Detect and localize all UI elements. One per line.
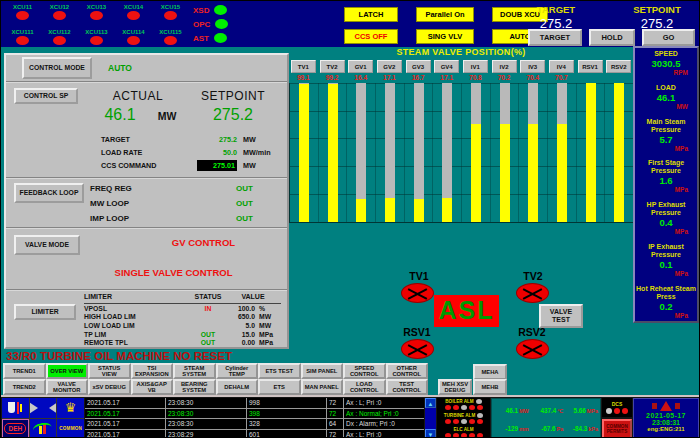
go-button[interactable]: GO: [642, 29, 695, 46]
log-row[interactable]: 2021.05.1723:08:3032864Dx : Alarm; Pri :…: [85, 419, 424, 430]
common-permits-button[interactable]: COMMON PERMITS: [602, 419, 632, 438]
metric-value: 0.4: [635, 217, 697, 228]
process-value-row: 46.1MW437.4°C5.66MPa: [494, 399, 598, 417]
deh-icon[interactable]: DEH: [2, 419, 29, 438]
limiter-value: 0.00: [225, 339, 255, 346]
log-cell: Dx : Alarm; Pri :0: [344, 419, 424, 429]
log-row[interactable]: 2021.05.1723:08:3099872Ax : L; Pri :0: [85, 398, 424, 409]
valve-bar-track: [299, 83, 309, 222]
control-mode-button[interactable]: CONTROL MODE: [22, 57, 92, 79]
turbine-icon[interactable]: ♛: [57, 398, 84, 418]
nav-button-axis-gap-vb[interactable]: AXIS&GAP VB: [131, 379, 174, 395]
nav-button-xsv-debug[interactable]: xSV DEBUG: [88, 379, 131, 395]
target-button[interactable]: TARGET: [528, 29, 582, 46]
nav-button-meha[interactable]: MEHA: [473, 364, 507, 380]
nav-button-tsi-expansion[interactable]: TSI EXPANSION: [131, 363, 174, 379]
log-cell: 328: [247, 419, 327, 429]
nav-column: ETS TESTETS: [258, 363, 301, 395]
valve-button-iv3[interactable]: IV3: [520, 60, 545, 73]
target-label: TARGET: [527, 4, 585, 15]
alarm-dot: [461, 419, 467, 424]
log-cell: 2021.05.17: [85, 419, 166, 429]
valve-test-button[interactable]: VALVE TEST: [539, 304, 583, 328]
tv2-closed-indicator: [516, 283, 549, 303]
nav-button-ets-test[interactable]: ETS TEST: [258, 363, 301, 379]
row-label: TARGET: [101, 135, 197, 144]
valve-button-tv1[interactable]: TV1: [291, 60, 316, 73]
row-value: 275.01: [197, 160, 237, 171]
row-unit: MW: [237, 135, 283, 144]
valve-position-value-iv4: 70.7: [547, 74, 576, 83]
control-sp-section: CONTROL SP ACTUAL SETPOINT 46.1 MW 275.2…: [6, 83, 287, 179]
valve-button-gv1[interactable]: GV1: [348, 60, 373, 73]
process-value-unit: Pa: [557, 426, 564, 432]
feedback-loop-button[interactable]: FEEDBACK LOOP: [14, 183, 84, 203]
scroll-up-icon[interactable]: ▲: [425, 398, 436, 408]
nav-button-ets[interactable]: ETS: [258, 379, 301, 395]
valve-button-tv2[interactable]: TV2: [320, 60, 345, 73]
valve-button-iv1[interactable]: IV1: [463, 60, 488, 73]
nav-button-sim-panel[interactable]: SIM PANEL: [301, 363, 344, 379]
metric-label: Hot Reheat Steam Press: [635, 285, 697, 301]
valve-button-gv2[interactable]: GV2: [377, 60, 402, 73]
trend-icon[interactable]: [30, 419, 57, 438]
sing-vlv-button[interactable]: SING VLV: [416, 29, 474, 44]
valve-button-gv3[interactable]: GV3: [406, 60, 431, 73]
single-valve-control-status: SINGLE VALVE CONTROL: [61, 267, 286, 278]
limiter-button[interactable]: LIMITER: [14, 304, 76, 320]
hold-button[interactable]: HOLD: [589, 29, 635, 46]
alarm-group-header: TURBINE ALM: [437, 413, 490, 418]
nav-button-trend2[interactable]: TREND2: [3, 379, 46, 395]
log-row[interactable]: 2021.05.1723:08:2960172Ax : L; Pri :0: [85, 430, 424, 438]
latch-button[interactable]: LATCH: [344, 7, 398, 22]
valve-button-rsv1[interactable]: RSV1: [578, 60, 603, 73]
engineer-id: eng:ENG:211: [647, 426, 684, 432]
log-cell: 23:08:30: [166, 419, 247, 429]
log-cell: 2021.05.17: [85, 409, 166, 419]
valve-bar-fill: [299, 84, 309, 222]
xcu-indicator-xcu12: XCU12: [41, 4, 78, 20]
limiter-unit: MPa: [255, 339, 281, 346]
limiter-table: LIMITERSTATUSVALUE VPOSLIN100.0%HIGH LOA…: [84, 293, 281, 347]
limiter-name: HIGH LOAD LIM: [84, 313, 191, 320]
log-scrollbar[interactable]: ▲ ▼: [425, 398, 436, 438]
nav-button-test-control[interactable]: TEST CONTROL: [386, 379, 429, 395]
unit-overview-icon[interactable]: [2, 398, 29, 418]
nav-button-other-control[interactable]: OTHER CONTROL: [386, 363, 429, 379]
valve-button-cell: IV2: [490, 60, 519, 74]
control-sp-button[interactable]: CONTROL SP: [14, 88, 78, 104]
nav-button-trend1[interactable]: TREND1: [3, 363, 46, 379]
valve-button-iv4[interactable]: IV4: [549, 60, 574, 73]
valve-button-rsv2[interactable]: RSV2: [606, 60, 631, 73]
nav-button-valve-monitor[interactable]: VALVE MONITOR: [46, 379, 89, 395]
valve-button-iv2[interactable]: IV2: [492, 60, 517, 73]
log-row[interactable]: 2021.05.1723:08:3039872Ax : Normal; Pri …: [85, 409, 424, 420]
loop-status: OUT: [236, 199, 253, 208]
parallel-on-button[interactable]: Parallel On: [416, 7, 474, 22]
log-cell: 64: [327, 419, 344, 429]
nav-button-meh-xsv-debug[interactable]: MEH XSV DEBUG: [438, 379, 472, 395]
valve-bar-gv3: [405, 83, 434, 222]
trip-status-ast: AST: [189, 33, 228, 43]
nav-button-man-panel[interactable]: MAN PANEL: [301, 379, 344, 395]
xcu-grid: XCU11XCU12XCU13XCU14XCU15XCU111XCU112XCU…: [4, 3, 189, 45]
ccs-off-button[interactable]: CCS OFF: [344, 29, 398, 44]
nav-button-status-view[interactable]: STATUS VIEW: [88, 363, 131, 379]
nav-button-mehb[interactable]: MEHB: [473, 379, 507, 395]
nav-button-speed-control[interactable]: SPEED CONTROL: [343, 363, 386, 379]
nav-button-load-control[interactable]: LOAD CONTROL: [343, 379, 386, 395]
nav-button-bearing-system[interactable]: BEARING SYSTEM: [173, 379, 216, 395]
common-icon[interactable]: COMMON: [57, 419, 84, 438]
nav-button-cylinder-temp[interactable]: Cylinder TEMP: [216, 363, 259, 379]
alarm-dot: [461, 405, 467, 410]
nav-column: TREND1TREND2: [3, 363, 46, 395]
scroll-down-icon[interactable]: ▼: [425, 429, 436, 438]
metric-value: 0.1: [635, 259, 697, 270]
nav-button-dehalm[interactable]: DEHALM: [216, 379, 259, 395]
nav-button-steam-system[interactable]: STEAM SYSTEM: [173, 363, 216, 379]
nav-button-over-view[interactable]: OVER VIEW: [46, 363, 89, 379]
xcu-label: XCU11: [13, 4, 32, 10]
valve-mode-button[interactable]: VALVE MODE: [14, 235, 80, 255]
valve-icon[interactable]: [30, 398, 57, 418]
valve-button-gv4[interactable]: GV4: [434, 60, 459, 73]
